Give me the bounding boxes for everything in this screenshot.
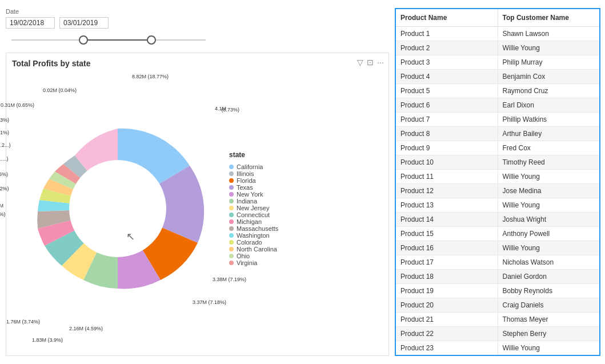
date-slider[interactable] [11,33,206,47]
label-colorado: 0.58M (1.2...) [0,142,11,148]
table-row[interactable]: Product 11Willie Young [396,170,599,184]
product-name-cell: Product 19 [396,284,498,298]
customer-name-cell: Willie Young [498,241,600,255]
customer-name-cell: Bobby Reynolds [498,284,600,298]
customer-name-cell: Fred Cox [498,141,600,155]
table-row[interactable]: Product 12Jose Medina [396,184,599,198]
legend-color-dot [229,233,234,238]
table-row[interactable]: Product 2Willie Young [396,41,599,55]
legend-item-label: Washington [237,232,270,239]
table-row[interactable]: Product 18Daniel Gordon [396,270,599,284]
legend-item: New York [229,191,278,198]
col-product-name: Product Name [396,9,498,26]
customer-name-cell: Shawn Lawson [498,27,600,41]
customer-name-cell: Willie Young [498,41,600,55]
legend-color-dot [229,192,234,197]
legend-item: Washington [229,232,278,239]
legend-item-label: Florida [237,177,256,184]
filter-icon[interactable]: ▽ [357,58,363,67]
legend-state-label: state [229,151,278,159]
slider-thumb-right[interactable] [147,35,156,45]
label-northcarolina: 0.52M (1.11%) [0,130,9,135]
legend-color-dot [229,240,234,245]
svg-point-0 [69,160,166,257]
legend-item-label: New York [237,191,263,198]
date-start-input[interactable]: 19/02/2018 [6,17,55,29]
chart-section: Total Profits by state ▽ ⊡ ··· [6,53,389,356]
product-name-cell: Product 7 [396,113,498,126]
table-row[interactable]: Product 9Fred Cox [396,141,599,155]
legend-color-dot [229,199,234,203]
product-name-cell: Product 8 [396,127,498,141]
label-virginia: 0.31M (0.65%) [1,102,34,108]
label-connecticut: 1.08M [0,203,3,209]
table-row[interactable]: Product 8Arthur Bailey [396,127,599,141]
date-inputs: 19/02/2018 03/01/2019 [6,17,389,29]
customer-name-cell: Willie Young [498,170,600,183]
customer-name-cell: Benjamin Cox [498,70,600,83]
legend-item: Massachusetts [229,225,278,232]
donut-chart-svg: ↖ [21,111,215,306]
table-row[interactable]: Product 22Stephen Berry [396,327,599,341]
product-name-cell: Product 21 [396,313,498,326]
table-row[interactable]: Product 23Willie Young [396,341,599,355]
legend-item: Connecticut [229,211,278,218]
product-name-cell: Product 18 [396,270,498,283]
left-panel: Date 19/02/2018 03/01/2019 Total Profits… [0,0,395,364]
product-name-cell: Product 16 [396,241,498,255]
product-name-cell: Product 2 [396,41,498,55]
table-row[interactable]: Product 20Craig Daniels [396,298,599,313]
table-row[interactable]: Product 1Shawn Lawson [396,27,599,41]
table-row[interactable]: Product 3Philip Murray [396,55,599,70]
customer-name-cell: Stephen Berry [498,327,600,341]
more-icon[interactable]: ··· [377,58,384,67]
table-row[interactable]: Product 4Benjamin Cox [396,70,599,84]
customer-name-cell: Anthony Powell [498,227,600,241]
legend-item: Colorado [229,239,278,246]
customer-name-cell: Willie Young [498,198,600,212]
col-customer-name: Top Customer Name [498,9,600,26]
table-row[interactable]: Product 10Timothy Reed [396,155,599,170]
product-name-cell: Product 10 [396,155,498,169]
table-row[interactable]: Product 21Thomas Meyer [396,313,599,327]
customer-name-cell: Philip Murray [498,55,600,69]
customer-name-cell: Earl Dixon [498,98,600,112]
product-name-cell: Product 23 [396,341,498,355]
table-row[interactable]: Product 19Bobby Reynolds [396,284,599,298]
legend-item-label: Indiana [237,198,257,205]
product-name-cell: Product 1 [396,27,498,41]
table-row[interactable]: Product 17Nicholas Watson [396,255,599,270]
legend-item-label: Massachusetts [237,225,278,232]
legend-item: Indiana [229,198,278,205]
slider-thumb-left[interactable] [79,35,88,45]
svg-text:↖: ↖ [126,231,135,242]
table-row[interactable]: Product 13Willie Young [396,198,599,213]
legend-item-label: Michigan [237,218,262,225]
customer-name-cell: Jose Medina [498,184,600,198]
table-row[interactable]: Product 6Earl Dixon [396,98,599,113]
legend-color-dot [229,178,234,183]
product-name-cell: Product 4 [396,70,498,83]
table-row[interactable]: Product 7Phillip Watkins [396,113,599,127]
table-row[interactable]: Product 14Joshua Wright [396,213,599,227]
label-mass: 0.96M (2.05%) [0,171,8,177]
legend-item: California [229,163,278,170]
table-row[interactable]: Product 5Raymond Cruz [396,84,599,98]
table-body[interactable]: Product 1Shawn LawsonProduct 2Willie You… [396,27,599,355]
product-name-cell: Product 12 [396,184,498,198]
donut-chart-container: ↖ 8.82M (18.77%) 4.1M (8.73%) 3.38M (7.1… [12,71,223,345]
table-row[interactable]: Product 15Anthony Powell [396,227,599,241]
legend-color-dot [229,254,234,258]
label-florida: 3.38M (7.19%) [213,277,246,282]
expand-icon[interactable]: ⊡ [367,58,374,67]
legend-item-label: Illinois [237,170,254,177]
legend-item-label: Texas [237,184,253,191]
product-table: Product Name Top Customer Name Product 1… [395,8,600,356]
product-name-cell: Product 14 [396,213,498,226]
date-end-input[interactable]: 03/01/2019 [59,17,109,29]
legend-item-label: Virginia [237,259,258,266]
legend-item-label: Colorado [237,239,262,246]
customer-name-cell: Daniel Gordon [498,270,600,283]
label-misc: 0.02M (0.04%) [43,87,77,93]
table-row[interactable]: Product 16Willie Young [396,241,599,255]
